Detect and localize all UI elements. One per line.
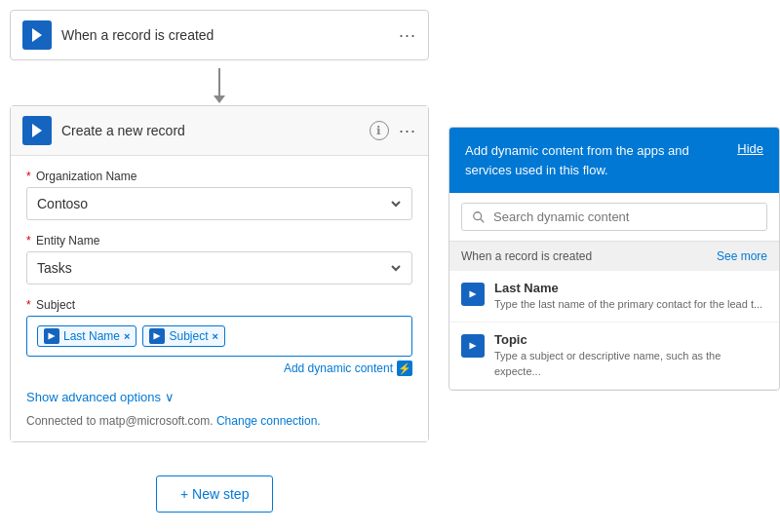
advanced-chevron: ∨ — [165, 390, 175, 404]
entity-name-required: * — [26, 234, 31, 247]
dynamic-item-1-content: Topic Type a subject or descriptive name… — [494, 332, 767, 379]
trigger-icon — [22, 20, 52, 50]
dynamic-item-0-content: Last Name Type the last name of the prim… — [494, 281, 767, 312]
add-dynamic-icon: ⚡ — [397, 361, 412, 376]
show-advanced-button[interactable]: Show advanced options ∨ — [26, 390, 412, 404]
dynamic-item-0[interactable]: Last Name Type the last name of the prim… — [449, 271, 779, 323]
token-subject-label: Subject — [169, 329, 208, 343]
connected-email-text: Connected to matp@microsoft.com. — [26, 414, 214, 428]
connector-arrow — [10, 60, 429, 105]
flow-area: When a record is created ··· Create a ne… — [10, 10, 429, 442]
dynamic-panel-header: Add dynamic content from the apps and se… — [449, 128, 779, 193]
svg-marker-2 — [48, 332, 55, 339]
org-name-required: * — [26, 170, 31, 183]
create-card-more-button[interactable]: ··· — [399, 121, 416, 141]
dynamic-item-1-icon — [461, 334, 485, 358]
token-subject: Subject × — [142, 325, 224, 347]
svg-line-5 — [481, 218, 485, 222]
dynamic-item-0-title: Last Name — [494, 281, 767, 295]
svg-marker-0 — [32, 28, 42, 42]
token-lastname-label: Last Name — [63, 329, 120, 343]
create-card-header: Create a new record ℹ ··· — [11, 106, 428, 156]
entity-name-value: Tasks — [37, 260, 72, 276]
new-step-button[interactable]: + New step — [156, 475, 273, 513]
create-icon — [22, 116, 52, 145]
dynamic-section-title: When a record is created — [461, 249, 592, 263]
add-dynamic-button[interactable]: Add dynamic content ⚡ — [26, 361, 412, 376]
dynamic-panel: Add dynamic content from the apps and se… — [448, 127, 780, 391]
token-subject-remove[interactable]: × — [213, 330, 218, 342]
subject-label: * Subject — [26, 298, 412, 312]
entity-name-label: * Entity Name — [26, 234, 412, 247]
dynamic-item-0-desc: Type the last name of the primary contac… — [494, 297, 767, 312]
dynamic-item-1-desc: Type a subject or descriptive name, such… — [494, 349, 767, 379]
info-icon[interactable]: ℹ — [370, 121, 389, 140]
trigger-more-button[interactable]: ··· — [399, 25, 416, 46]
create-card-title: Create a new record — [61, 123, 360, 138]
svg-marker-6 — [469, 290, 476, 297]
main-canvas: When a record is created ··· Create a ne… — [0, 0, 780, 532]
dynamic-panel-header-text: Add dynamic content from the apps and se… — [465, 141, 727, 179]
subject-input[interactable]: Last Name × Subject × — [26, 316, 412, 357]
svg-marker-3 — [154, 332, 161, 339]
add-dynamic-label: Add dynamic content — [284, 361, 393, 375]
dynamic-search-area — [449, 193, 779, 242]
org-name-label: * Organization Name — [26, 170, 412, 183]
hide-button[interactable]: Hide — [737, 141, 763, 156]
token-lastname-icon — [44, 328, 59, 344]
trigger-title: When a record is created — [61, 27, 389, 43]
dynamic-search-input[interactable] — [493, 209, 757, 224]
svg-marker-7 — [469, 343, 476, 350]
change-connection-link[interactable]: Change connection. — [216, 414, 321, 428]
arrow-line — [218, 68, 220, 97]
create-card: Create a new record ℹ ··· * Organization… — [10, 105, 429, 442]
svg-marker-1 — [32, 124, 42, 137]
dynamic-item-1-title: Topic — [494, 332, 767, 347]
create-card-body: * Organization Name Contoso * Entity Nam… — [11, 156, 428, 441]
token-lastname: Last Name × — [37, 325, 136, 347]
dynamic-item-0-icon — [461, 283, 485, 306]
search-icon — [472, 210, 486, 224]
svg-point-4 — [474, 211, 482, 219]
connection-info: Connected to matp@microsoft.com. Change … — [26, 414, 412, 428]
entity-name-group: * Entity Name Tasks — [26, 234, 412, 285]
show-advanced-label: Show advanced options — [26, 390, 161, 404]
entity-name-select[interactable]: Tasks — [26, 251, 412, 285]
dynamic-item-1[interactable]: Topic Type a subject or descriptive name… — [449, 323, 779, 390]
org-name-group: * Organization Name Contoso — [26, 170, 412, 220]
see-more-button[interactable]: See more — [717, 249, 767, 263]
dynamic-search-box[interactable] — [461, 203, 767, 231]
org-name-select[interactable]: Contoso — [26, 187, 412, 220]
dynamic-section-header: When a record is created See more — [449, 242, 779, 271]
subject-required: * — [26, 298, 31, 312]
token-lastname-remove[interactable]: × — [124, 330, 130, 342]
subject-group: * Subject Last Name × — [26, 298, 412, 376]
org-name-value: Contoso — [37, 196, 88, 211]
trigger-card: When a record is created ··· — [10, 10, 429, 60]
token-subject-icon — [149, 328, 165, 344]
